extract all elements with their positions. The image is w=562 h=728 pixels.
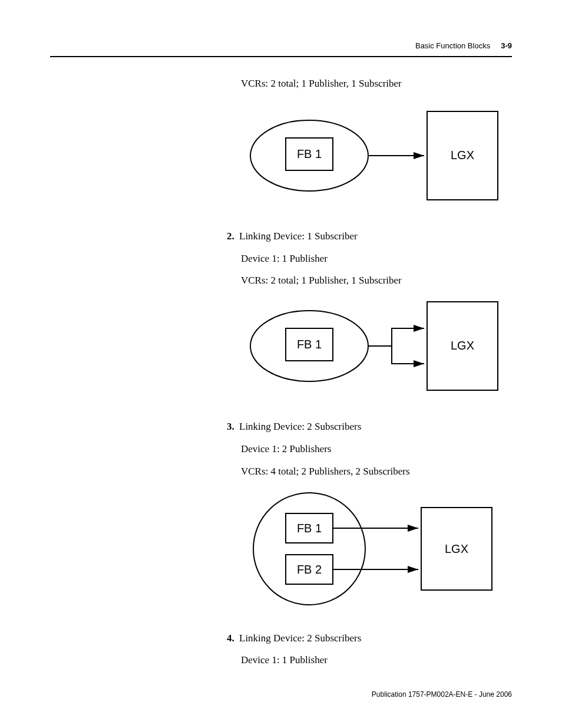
item4-text1: Linking Device: 2 Subscribers — [239, 633, 361, 644]
item2-text3: VCRs: 2 total; 1 Publisher, 1 Subscriber — [241, 274, 512, 288]
item2-number: 2. — [227, 230, 234, 242]
fb1-label: FB 1 — [297, 147, 322, 160]
section-title: Basic Function Blocks — [415, 41, 490, 50]
publication-footer: Publication 1757-PM002A-EN-E - June 2006 — [372, 690, 512, 699]
header-rule — [50, 56, 512, 57]
intro-vcrs-text: VCRs: 2 total; 1 Publisher, 1 Subscriber — [241, 77, 512, 91]
item3-text1: Linking Device: 2 Subscribers — [239, 421, 361, 432]
fb2-label-d3: FB 2 — [297, 563, 322, 576]
svg-point-7 — [253, 493, 365, 605]
lgx-label: LGX — [451, 149, 474, 162]
item2-text1: Linking Device: 1 Subscriber — [239, 230, 358, 242]
page-content: VCRs: 2 total; 1 Publisher, 1 Subscriber… — [50, 77, 512, 669]
item4-number: 4. — [227, 633, 234, 644]
fb1-label-d3: FB 1 — [297, 522, 322, 535]
diagram-1: FB 1 LGX — [244, 106, 512, 206]
diagram-3: FB 1 FB 2 LGX — [244, 487, 512, 611]
item2-text2: Device 1: 1 Publisher — [241, 252, 512, 266]
fb1-label-d2: FB 1 — [297, 338, 322, 351]
item4-line1: 4. Linking Device: 2 Subscribers — [227, 631, 512, 645]
page-header: Basic Function Blocks 3-9 — [415, 41, 512, 50]
lgx-label-d2: LGX — [451, 339, 474, 352]
page-number: 3-9 — [501, 41, 512, 50]
item3-text3: VCRs: 4 total; 2 Publishers, 2 Subscribe… — [241, 465, 512, 479]
item3-number: 3. — [227, 421, 234, 432]
item3-line1: 3. Linking Device: 2 Subscribers — [227, 420, 512, 434]
diagram-2: FB 1 LGX — [244, 296, 512, 396]
lgx-label-d3: LGX — [445, 542, 468, 555]
item2-line1: 2. Linking Device: 1 Subscriber — [227, 229, 512, 243]
item3-text2: Device 1: 2 Publishers — [241, 442, 512, 456]
item4-text2: Device 1: 1 Publisher — [241, 653, 512, 667]
